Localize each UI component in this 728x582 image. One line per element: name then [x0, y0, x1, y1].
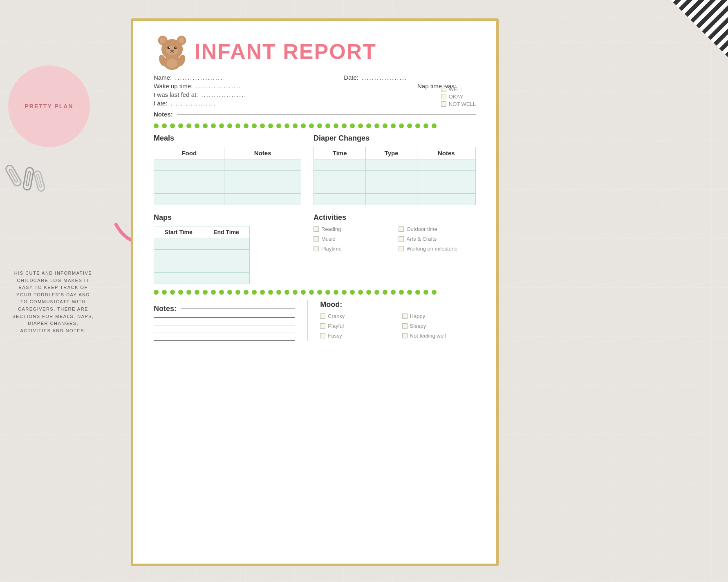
- table-row: [154, 182, 301, 194]
- checkbox-not-well[interactable]: [441, 101, 446, 107]
- dot: [407, 290, 412, 295]
- dot: [391, 290, 396, 295]
- dot: [317, 123, 322, 128]
- nap-okay-label: OKAY: [449, 94, 463, 100]
- activity-milestone: Working on milestone: [399, 246, 476, 252]
- checkbox-cranky[interactable]: [320, 313, 325, 319]
- checkbox-outdoor[interactable]: [399, 226, 404, 232]
- svg-point-19: [170, 50, 174, 52]
- fields-area: Name: ................... Date: ........…: [154, 74, 476, 107]
- checkbox-sleepy[interactable]: [402, 323, 408, 329]
- note-line-3: [154, 333, 295, 333]
- checkbox-arts[interactable]: [399, 236, 404, 242]
- name-date-row: Name: ................... Date: ........…: [154, 74, 476, 81]
- mood-sleepy-label: Sleepy: [410, 323, 426, 329]
- mood-playful-label: Playful: [328, 323, 344, 329]
- svg-rect-3: [26, 172, 31, 186]
- diaper-col-notes: Notes: [417, 147, 475, 159]
- brand-label: PRETTY PLAN: [25, 103, 74, 110]
- mood-happy-label: Happy: [410, 313, 426, 319]
- notes-bottom-line: [181, 309, 295, 309]
- dot: [374, 290, 379, 295]
- dot: [334, 290, 338, 295]
- notes-bottom-row: Notes:: [154, 304, 295, 313]
- table-row: [314, 194, 475, 205]
- meals-section: Meals Food Notes: [154, 134, 301, 205]
- checkbox-playtime[interactable]: [314, 246, 319, 251]
- checkbox-reading[interactable]: [314, 226, 319, 232]
- meals-diaper-section: Meals Food Notes Diaper Changes: [154, 134, 476, 205]
- table-row: [154, 194, 301, 205]
- dot: [244, 290, 249, 295]
- checkbox-well[interactable]: [441, 87, 446, 92]
- checkbox-happy[interactable]: [402, 313, 408, 319]
- dot: [293, 123, 298, 128]
- mood-fussy: Fussy: [320, 333, 394, 339]
- last-fed-dots: ..................: [201, 91, 246, 98]
- fields-section: Name: ................... Date: ........…: [154, 74, 476, 107]
- mood-playful: Playful: [320, 323, 394, 329]
- activity-music-label: Music: [321, 236, 335, 242]
- table-row: [154, 261, 250, 273]
- dot: [399, 290, 404, 295]
- activity-reading-label: Reading: [321, 226, 341, 232]
- dot: [162, 123, 167, 128]
- svg-rect-1: [9, 169, 18, 182]
- diaper-table: Time Type Notes: [314, 147, 476, 205]
- checkbox-not-feeling-well[interactable]: [402, 333, 408, 338]
- dot: [317, 290, 322, 295]
- ate-label: I ate:: [154, 100, 167, 107]
- svg-point-16: [174, 47, 177, 49]
- side-description: HIS CUTE AND INFORMATIVE CHILDCARE LOG M…: [12, 270, 94, 334]
- corner-decoration: [671, 0, 728, 57]
- dot: [383, 123, 388, 128]
- notes-label: Notes:: [154, 111, 173, 118]
- dot: [186, 290, 191, 295]
- dot: [383, 290, 388, 295]
- nap-options: WELL OKAY NOT WELL: [441, 86, 476, 108]
- dot: [407, 123, 412, 128]
- dot: [211, 123, 216, 128]
- last-fed-row: I was last fed at: ..................: [154, 91, 476, 98]
- dot: [309, 123, 314, 128]
- checkbox-playful[interactable]: [320, 323, 325, 329]
- activities-title: Activities: [314, 213, 476, 222]
- dot: [268, 123, 273, 128]
- dot: [195, 123, 199, 128]
- mood-sleepy: Sleepy: [402, 323, 476, 329]
- activity-outdoor: Outdoor time: [399, 226, 476, 232]
- checkbox-fussy[interactable]: [320, 333, 325, 338]
- bottom-section: Notes: Mood: Cranky Happy: [154, 300, 476, 341]
- checkbox-okay[interactable]: [441, 94, 446, 99]
- dot: [284, 123, 289, 128]
- mood-section: Mood: Cranky Happy Playful Sleepy: [320, 300, 476, 341]
- mood-not-feeling-well-label: Not feeling well: [410, 333, 446, 339]
- notes-bottom-label: Notes:: [154, 304, 177, 313]
- svg-point-13: [167, 58, 177, 68]
- dot: [162, 290, 167, 295]
- dot-divider-2: [154, 290, 476, 295]
- checkbox-milestone[interactable]: [399, 246, 404, 251]
- section-divider: [307, 300, 308, 341]
- table-row: [154, 273, 250, 284]
- meals-table: Food Notes: [154, 147, 301, 205]
- dot: [391, 123, 396, 128]
- mood-cranky: Cranky: [320, 313, 394, 319]
- svg-rect-0: [4, 164, 22, 187]
- dot: [358, 123, 363, 128]
- table-row: [154, 250, 250, 261]
- diaper-col-time: Time: [314, 147, 365, 159]
- dot: [260, 290, 265, 295]
- dot: [342, 290, 347, 295]
- activity-arts-label: Arts & Crafts: [406, 236, 437, 242]
- meals-col-food: Food: [154, 147, 224, 159]
- document: INFANT REPORT Name: ................... …: [131, 18, 499, 566]
- dot: [325, 290, 330, 295]
- dot: [366, 123, 371, 128]
- checkbox-music[interactable]: [314, 236, 319, 242]
- naps-title: Naps: [154, 213, 301, 222]
- bear-icon: [154, 33, 190, 70]
- dot: [227, 290, 232, 295]
- nap-well: WELL: [441, 86, 476, 92]
- dot: [276, 123, 281, 128]
